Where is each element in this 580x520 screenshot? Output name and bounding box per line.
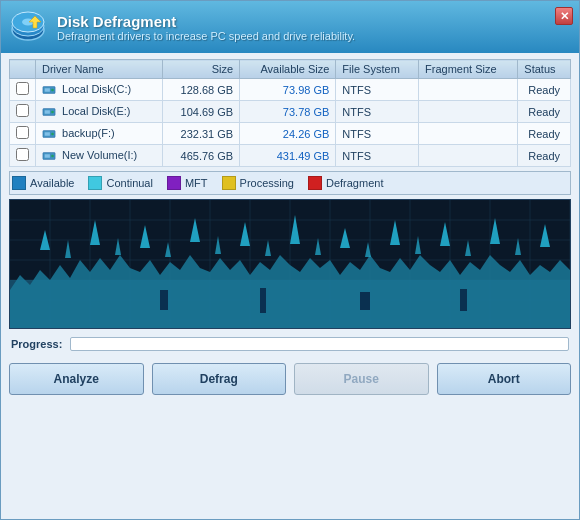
legend-color-swatch (12, 176, 26, 190)
row-fragment (419, 145, 518, 167)
content-area: Driver Name Size Available Size File Sys… (1, 53, 579, 519)
col-status: Status (518, 60, 571, 79)
legend-bar: Available Continual MFT Processing Defra… (9, 171, 571, 195)
legend-label: Processing (240, 177, 294, 189)
legend-item: Continual (88, 176, 152, 190)
svg-point-13 (51, 133, 54, 136)
legend-label: Available (30, 177, 74, 189)
row-checkbox-cell (10, 79, 36, 101)
progress-bar-background (70, 337, 569, 351)
row-available: 73.98 GB (240, 79, 336, 101)
svg-point-10 (51, 111, 54, 114)
col-available: Available Size (240, 60, 336, 79)
table-row: Local Disk(C:) 128.68 GB 73.98 GB NTFS R… (10, 79, 571, 101)
col-fs: File System (336, 60, 419, 79)
row-status: Ready (518, 145, 571, 167)
title-text-block: Disk Defragment Defragment drivers to in… (57, 13, 571, 42)
svg-rect-64 (460, 289, 467, 311)
row-fs: NTFS (336, 145, 419, 167)
row-driver-name: New Volume(I:) (36, 145, 163, 167)
col-check (10, 60, 36, 79)
svg-point-16 (51, 155, 54, 158)
pause-button[interactable]: Pause (294, 363, 429, 395)
table-header-row: Driver Name Size Available Size File Sys… (10, 60, 571, 79)
row-checkbox-cell (10, 123, 36, 145)
svg-rect-61 (160, 290, 168, 310)
table-row: Local Disk(E:) 104.69 GB 73.78 GB NTFS R… (10, 101, 571, 123)
svg-rect-63 (360, 292, 370, 310)
progress-area: Progress: (9, 333, 571, 355)
svg-rect-6 (45, 88, 50, 92)
row-checkbox-cell (10, 145, 36, 167)
drive-table: Driver Name Size Available Size File Sys… (9, 59, 571, 167)
row-status: Ready (518, 123, 571, 145)
svg-point-7 (51, 89, 54, 92)
disk-svg (10, 200, 570, 328)
table-row: backup(F:) 232.31 GB 24.26 GB NTFS Ready (10, 123, 571, 145)
legend-label: Continual (106, 177, 152, 189)
row-status: Ready (518, 101, 571, 123)
legend-item: MFT (167, 176, 208, 190)
window-title: Disk Defragment (57, 13, 571, 30)
row-available: 431.49 GB (240, 145, 336, 167)
row-checkbox[interactable] (16, 126, 29, 139)
svg-rect-12 (45, 132, 50, 136)
row-checkbox[interactable] (16, 104, 29, 117)
row-checkbox[interactable] (16, 148, 29, 161)
legend-color-swatch (308, 176, 322, 190)
row-status: Ready (518, 79, 571, 101)
app-icon (9, 8, 47, 46)
row-fragment (419, 123, 518, 145)
row-fragment (419, 101, 518, 123)
row-size: 232.31 GB (163, 123, 240, 145)
col-fragment: Fragment Size (419, 60, 518, 79)
row-size: 128.68 GB (163, 79, 240, 101)
row-driver-name: backup(F:) (36, 123, 163, 145)
legend-item: Available (12, 176, 74, 190)
button-row: Analyze Defrag Pause Abort (9, 359, 571, 397)
progress-label: Progress: (11, 338, 62, 350)
abort-button[interactable]: Abort (437, 363, 572, 395)
legend-item: Defragment (308, 176, 383, 190)
row-checkbox[interactable] (16, 82, 29, 95)
row-fs: NTFS (336, 123, 419, 145)
svg-rect-15 (45, 154, 50, 158)
row-available: 73.78 GB (240, 101, 336, 123)
title-bar: Disk Defragment Defragment drivers to in… (1, 1, 579, 53)
table-row: New Volume(I:) 465.76 GB 431.49 GB NTFS … (10, 145, 571, 167)
disk-visualization (9, 199, 571, 329)
legend-label: Defragment (326, 177, 383, 189)
col-size: Size (163, 60, 240, 79)
row-size: 465.76 GB (163, 145, 240, 167)
legend-label: MFT (185, 177, 208, 189)
svg-rect-9 (45, 110, 50, 114)
row-size: 104.69 GB (163, 101, 240, 123)
row-available: 24.26 GB (240, 123, 336, 145)
legend-color-swatch (222, 176, 236, 190)
row-fs: NTFS (336, 79, 419, 101)
defrag-button[interactable]: Defrag (152, 363, 287, 395)
row-driver-name: Local Disk(C:) (36, 79, 163, 101)
main-window: Disk Defragment Defragment drivers to in… (0, 0, 580, 520)
legend-color-swatch (167, 176, 181, 190)
close-button[interactable]: ✕ (555, 7, 573, 25)
row-checkbox-cell (10, 101, 36, 123)
analyze-button[interactable]: Analyze (9, 363, 144, 395)
window-subtitle: Defragment drivers to increase PC speed … (57, 30, 571, 42)
legend-color-swatch (88, 176, 102, 190)
row-fragment (419, 79, 518, 101)
svg-rect-62 (260, 288, 266, 313)
row-fs: NTFS (336, 101, 419, 123)
col-driver-name: Driver Name (36, 60, 163, 79)
row-driver-name: Local Disk(E:) (36, 101, 163, 123)
legend-item: Processing (222, 176, 294, 190)
